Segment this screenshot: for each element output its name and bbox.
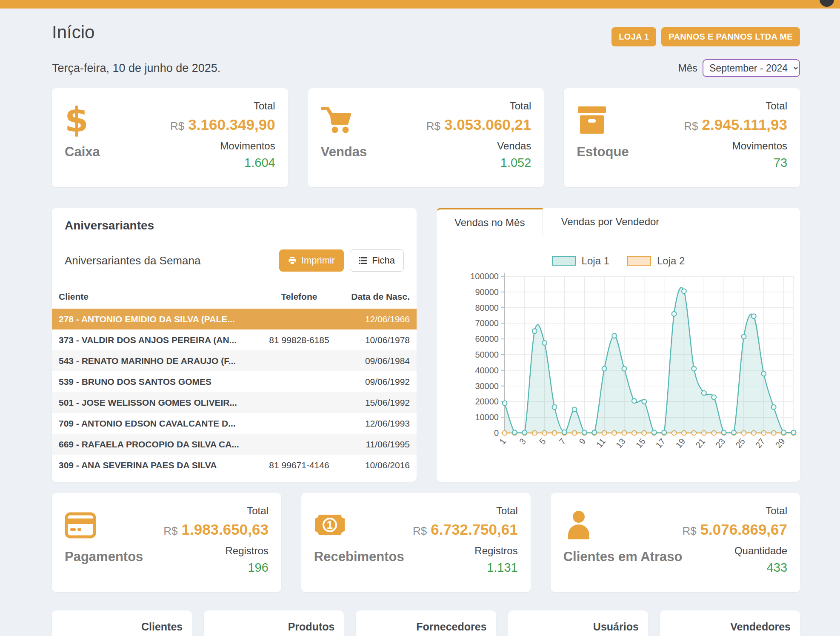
quick-card-label: Clientes <box>141 621 183 633</box>
ficha-button-label: Ficha <box>372 255 395 266</box>
month-picker: Mês September - 2024 <box>678 59 800 77</box>
total-amount: 2.945.111,93 <box>702 116 788 133</box>
birthdays-table: ClienteTelefoneData de Nasc.278 - ANTONI… <box>52 285 417 476</box>
count-value: 196 <box>150 561 269 575</box>
svg-text:1: 1 <box>327 519 333 531</box>
total-amount: 3.160.349,90 <box>188 116 275 133</box>
svg-text:80000: 80000 <box>475 303 499 312</box>
column-header: Data de Nasc. <box>344 292 417 302</box>
page-title: Início <box>52 20 94 46</box>
count-label: Movimentos <box>153 140 275 152</box>
total-label: Total <box>665 100 787 112</box>
user-icon <box>563 506 657 544</box>
store-badge[interactable]: LOJA 1 <box>611 27 656 46</box>
legend-swatch <box>627 256 651 266</box>
sales-tabs: Vendas no MêsVendas por Vendedor <box>437 208 800 236</box>
table-row[interactable]: 669 - RAFAELA PROCOPIO DA SILVA CA...11/… <box>52 434 417 455</box>
table-row[interactable]: 278 - ANTONIO EMIDIO DA SILVA (PALE...12… <box>52 309 417 329</box>
ficha-button[interactable]: Ficha <box>350 249 404 272</box>
count-label: Quantidade <box>657 545 787 557</box>
tab-vendas-no-mes[interactable]: Vendas no Mês <box>437 208 543 236</box>
svg-text:100000: 100000 <box>470 272 499 281</box>
card-left: $ Caixa <box>65 99 153 177</box>
svg-text:1: 1 <box>497 436 508 446</box>
svg-text:23: 23 <box>714 436 727 450</box>
currency-prefix: R$ <box>413 524 427 537</box>
table-row[interactable]: 309 - ANA SEVERINA PAES DA SILVA81 99671… <box>52 455 417 476</box>
birthdate-cell: 10/06/1978 <box>344 335 417 345</box>
table-row[interactable]: 373 - VALDIR DOS ANJOS PEREIRA (AN...81 … <box>52 329 417 350</box>
company-badge[interactable]: PANNOS E PANNOS LTDA ME <box>661 27 800 46</box>
printer-icon <box>288 256 297 265</box>
total-amount: 5.076.869,67 <box>700 521 787 538</box>
currency-prefix: R$ <box>426 120 440 132</box>
quick-card-fornecedores[interactable]: Fornecedores <box>356 610 496 636</box>
card-label: Pagamentos <box>65 549 150 564</box>
count-value: 433 <box>657 561 787 575</box>
client-cell: 501 - JOSE WELISSON GOMES OLIVEIR... <box>52 398 254 408</box>
birthdays-panel: Aniversariantes Aniversariantes da Seman… <box>52 208 417 482</box>
birthdays-title: Aniversariantes <box>65 219 404 232</box>
current-date: Terça-feira, 10 de junho de 2025. <box>52 62 220 75</box>
svg-text:3: 3 <box>517 436 528 446</box>
card-left: Estoque <box>577 99 665 177</box>
box-icon <box>577 101 665 139</box>
count-label: Registros <box>150 545 269 557</box>
date-row: Terça-feira, 10 de junho de 2025. Mês Se… <box>52 59 800 77</box>
card-values: Total R$6.732.750,61 Registros 1.131 <box>400 504 518 582</box>
svg-text:50000: 50000 <box>475 350 499 359</box>
svg-text:30000: 30000 <box>475 381 499 391</box>
quick-card-usuarios[interactable]: Usuários <box>508 610 648 636</box>
client-cell: 543 - RENATO MARINHO DE ARAUJO (F... <box>52 356 254 366</box>
count-value: 1.131 <box>400 561 518 575</box>
total-label: Total <box>409 100 531 112</box>
svg-text:90000: 90000 <box>475 287 499 297</box>
header-badges: LOJA 1 PANNOS E PANNOS LTDA ME <box>611 27 800 46</box>
client-cell: 709 - ANTONIO EDSON CAVALCANTE D... <box>52 418 254 429</box>
legend-item-loja-1[interactable]: Loja 1 <box>552 255 609 267</box>
card-values: Total R$5.076.869,67 Quantidade 433 <box>657 504 787 582</box>
count-label: Movimentos <box>665 140 787 152</box>
svg-text:15: 15 <box>634 436 647 450</box>
birthdate-cell: 12/06/1966 <box>344 314 417 324</box>
birthdate-cell: 09/06/1984 <box>344 356 417 366</box>
middle-panels: Aniversariantes Aniversariantes da Seman… <box>52 208 800 482</box>
table-row[interactable]: 501 - JOSE WELISSON GOMES OLIVEIR...15/0… <box>52 392 417 413</box>
month-label: Mês <box>678 62 697 74</box>
count-value: 1.052 <box>409 156 531 170</box>
quick-card-vendedores[interactable]: Vendedores <box>660 610 800 636</box>
list-icon <box>359 257 367 264</box>
table-row[interactable]: 709 - ANTONIO EDSON CAVALCANTE D...12/06… <box>52 413 417 434</box>
quick-card-label: Produtos <box>288 621 335 633</box>
legend-item-loja-2[interactable]: Loja 2 <box>627 255 685 267</box>
cart-icon <box>321 101 409 139</box>
quick-card-clientes[interactable]: Clientes <box>52 610 192 636</box>
table-row[interactable]: 543 - RENATO MARINHO DE ARAUJO (F...09/0… <box>52 350 417 371</box>
sales-chart-panel: Vendas no MêsVendas por Vendedor Loja 1L… <box>437 208 800 482</box>
chart-legend: Loja 1Loja 2 <box>437 255 800 267</box>
card-left: Vendas <box>321 99 409 177</box>
quick-card-produtos[interactable]: Produtos <box>204 610 344 636</box>
tab-vendas-por-vendedor[interactable]: Vendas por Vendedor <box>543 208 677 236</box>
month-select[interactable]: September - 2024 <box>703 59 800 77</box>
card-values: Total R$3.053.060,21 Vendas 1.052 <box>409 99 531 177</box>
total-amount: 6.732.750,61 <box>431 521 517 538</box>
column-header: Telefone <box>254 292 344 302</box>
card-estoque: Estoque Total R$2.945.111,93 Movimentos … <box>564 88 800 187</box>
birthdate-cell: 09/06/1992 <box>344 377 417 387</box>
svg-text:20000: 20000 <box>475 397 499 406</box>
birthdate-cell: 11/06/1995 <box>344 439 417 450</box>
table-row[interactable]: 539 - BRUNO DOS SANTOS GOMES09/06/1992 <box>52 371 417 392</box>
svg-text:7: 7 <box>557 436 568 446</box>
summary-cards-top: $ Caixa Total R$3.160.349,90 Movimentos … <box>52 88 800 187</box>
svg-text:0: 0 <box>494 428 499 438</box>
svg-text:70000: 70000 <box>475 318 499 328</box>
card-vendas: Vendas Total R$3.053.060,21 Vendas 1.052 <box>308 88 544 187</box>
card-label: Vendas <box>321 144 409 160</box>
quick-access-cards: ClientesProdutosFornecedoresUsuáriosVend… <box>52 610 800 636</box>
birthdays-subtitle: Aniversariantes da Semana <box>65 254 200 267</box>
user-avatar-icon[interactable] <box>820 0 834 7</box>
total-label: Total <box>150 505 269 517</box>
print-button[interactable]: Imprimir <box>279 249 344 272</box>
birthdate-cell: 12/06/1993 <box>344 418 417 429</box>
